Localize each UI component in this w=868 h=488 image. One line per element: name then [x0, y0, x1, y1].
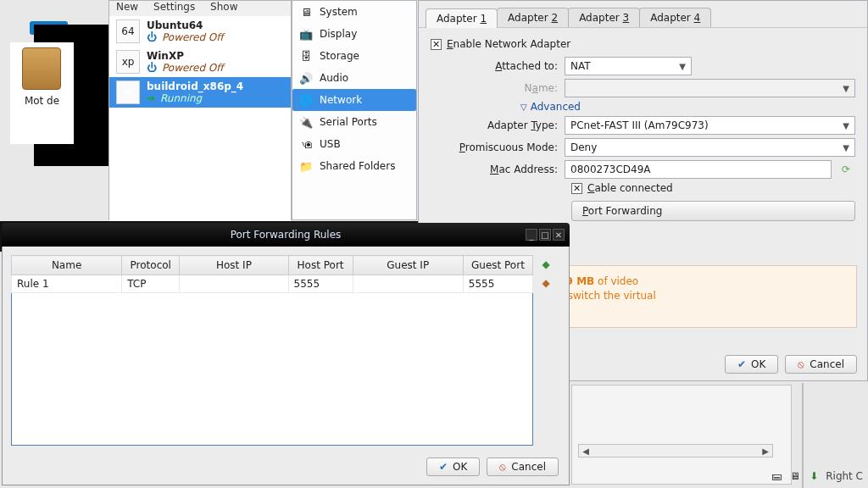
mac-address-input[interactable]: 0800273CD49A — [565, 160, 832, 179]
window-close-icon[interactable]: ✕ — [553, 229, 565, 241]
bg-panel — [571, 385, 792, 485]
pf-cancel-button[interactable]: Cancel — [487, 458, 559, 476]
vm-list: 64 Ubuntu64 Powered Off xp WinXP Powered… — [109, 16, 291, 221]
system-icon — [299, 5, 313, 19]
advanced-toggle[interactable]: Advanced — [520, 101, 855, 113]
statusbar-icons: Right C — [770, 469, 863, 483]
window-minimize-icon[interactable]: _ — [526, 229, 537, 241]
vm-name: Ubuntu64 — [147, 19, 224, 31]
window-maximize-icon[interactable]: □ — [539, 229, 551, 241]
col-protocol[interactable]: Protocol — [122, 256, 180, 275]
adapter-name-label: Name: — [431, 82, 565, 94]
vm-name: buildroid_x86p_4 — [147, 80, 243, 92]
scroll-left-icon[interactable]: ◀ — [579, 446, 593, 456]
promiscuous-select[interactable]: Deny▼ — [565, 138, 855, 157]
cat-display[interactable]: Display — [292, 23, 416, 45]
pf-rules-table[interactable]: Name Protocol Host IP Host Port Guest IP… — [11, 255, 533, 446]
disk-icon — [770, 469, 783, 483]
storage-icon — [299, 49, 313, 63]
tab-adapter-1[interactable]: Adapter 1 — [426, 8, 498, 28]
pf-remove-rule-button[interactable] — [538, 275, 554, 291]
attached-to-select[interactable]: NAT▼ — [565, 57, 692, 75]
os-icon: ✳ — [116, 80, 140, 104]
attached-to-label: Attached to: — [431, 60, 565, 72]
adapter-tabbar: Adapter 1 Adapter 2 Adapter 3 Adapter 4 — [419, 1, 867, 28]
menu-show[interactable]: Show — [210, 1, 237, 13]
col-guest-port[interactable]: Guest Port — [463, 256, 532, 275]
host-key-indicator: Right C — [826, 470, 863, 482]
cat-storage[interactable]: Storage — [292, 45, 416, 67]
mac-refresh-button[interactable] — [837, 160, 855, 179]
port-forwarding-button[interactable]: Port Forwarding — [571, 201, 855, 221]
adapter-type-label: Adapter Type: — [431, 119, 565, 131]
enable-adapter-check[interactable]: Enable Network Adapter — [431, 38, 855, 50]
vm-manager-panel: New Settings Show 64 Ubuntu64 Powered Of… — [108, 0, 292, 220]
cat-serial[interactable]: Serial Ports — [292, 111, 416, 133]
mac-label: Mac Address: — [431, 164, 565, 175]
adapter-name-select: ▼ — [565, 79, 855, 97]
col-host-ip[interactable]: Host IP — [180, 256, 288, 275]
menu-settings[interactable]: Settings — [153, 1, 195, 13]
network-icon — [299, 93, 313, 107]
port-forwarding-dialog: Port Forwarding Rules _ □ ✕ Name Protoco… — [2, 223, 570, 485]
checkbox-icon — [431, 39, 442, 50]
monitor-icon — [788, 469, 802, 483]
scroll-right-icon[interactable]: ▶ — [759, 446, 772, 456]
usb-icon — [299, 137, 313, 151]
display-icon — [299, 27, 313, 41]
vm-item-ubuntu64[interactable]: 64 Ubuntu64 Powered Off — [109, 16, 291, 47]
pf-title-text: Port Forwarding Rules — [231, 229, 342, 241]
serial-icon — [299, 115, 313, 129]
audio-icon — [299, 71, 313, 85]
os-icon: xp — [116, 50, 140, 74]
tab-adapter-2[interactable]: Adapter 2 — [497, 8, 569, 27]
cat-audio[interactable]: Audio — [292, 67, 416, 89]
col-guest-ip[interactable]: Guest IP — [353, 256, 463, 275]
download-icon — [807, 469, 821, 483]
pf-ok-button[interactable]: OK — [426, 458, 480, 476]
vm-state: Powered Off — [147, 62, 224, 74]
col-host-port[interactable]: Host Port — [288, 256, 353, 275]
os-icon: 64 — [116, 19, 140, 43]
cat-usb[interactable]: USB — [292, 133, 416, 155]
menu-new[interactable]: New — [116, 1, 138, 13]
col-name[interactable]: Name — [12, 256, 122, 275]
desktop-file[interactable]: Mot de — [10, 42, 74, 144]
settings-ok-button[interactable]: OK — [725, 355, 778, 374]
vm-manager-menubar[interactable]: New Settings Show — [109, 1, 291, 16]
adapter-type-select[interactable]: PCnet-FAST III (Am79C973)▼ — [565, 116, 855, 135]
vm-item-winxp[interactable]: xp WinXP Powered Off — [109, 47, 291, 77]
vm-item-buildroid[interactable]: ✳ buildroid_x86p_4 Running — [109, 77, 291, 108]
cable-connected-check[interactable]: Cable connected — [571, 182, 855, 194]
horizontal-scrollbar[interactable]: ◀ ▶ — [578, 444, 773, 458]
tab-adapter-4[interactable]: Adapter 4 — [639, 8, 711, 27]
tab-adapter-3[interactable]: Adapter 3 — [568, 8, 640, 27]
promiscuous-label: Promiscuous Mode: — [431, 141, 565, 153]
settings-cancel-button[interactable]: Cancel — [785, 355, 857, 374]
pf-add-rule-button[interactable] — [538, 257, 554, 272]
pf-titlebar[interactable]: Port Forwarding Rules _ □ ✕ — [2, 223, 570, 247]
vm-state: Running — [147, 92, 243, 104]
desktop-file-label: Mot de — [25, 95, 59, 107]
shared-folders-icon — [299, 159, 313, 173]
vm-name: WinXP — [147, 50, 224, 62]
folder-icon — [22, 47, 61, 90]
cat-network[interactable]: Network — [292, 89, 416, 111]
cat-shared[interactable]: Shared Folders — [292, 155, 416, 177]
vm-state: Powered Off — [147, 31, 224, 43]
table-row[interactable]: Rule 1 TCP 5555 5555 — [12, 275, 533, 293]
cat-system[interactable]: System — [292, 1, 416, 23]
checkbox-icon — [571, 183, 582, 194]
settings-category-list: System Display Storage Audio Network Ser… — [292, 0, 417, 220]
